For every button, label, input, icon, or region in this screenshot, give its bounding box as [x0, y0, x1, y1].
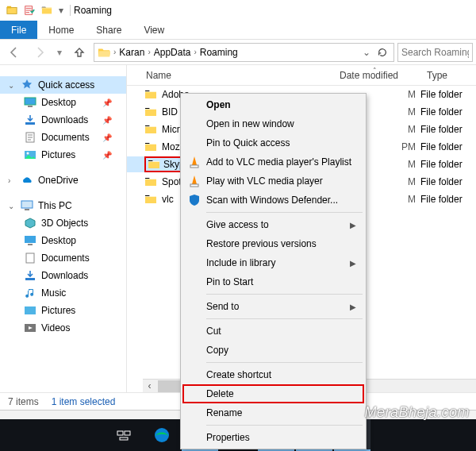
svg-rect-31 [190, 184, 198, 187]
file-name: vlc [162, 194, 174, 205]
svg-point-8 [27, 152, 29, 155]
cm-separator [206, 294, 363, 295]
folder-icon [148, 158, 160, 171]
address-dropdown-chevron[interactable]: ⌄ [359, 44, 374, 60]
tab-view[interactable]: View [132, 21, 175, 39]
file-type: File folder [420, 141, 476, 152]
search-input[interactable] [397, 43, 473, 62]
sidebar-item-desktop[interactable]: Desktop📌 [0, 94, 126, 111]
file-type: File folder [420, 124, 476, 135]
cm-pin-quick-access[interactable]: Pin to Quick access [182, 133, 364, 152]
svg-rect-14 [25, 278, 35, 280]
cm-label: Play with VLC media player [206, 175, 323, 187]
address-bar[interactable]: › Karan › AppData › Roaming ⌄ [94, 43, 394, 62]
folder-icon [144, 106, 157, 118]
sidebar-item-videos[interactable]: Videos [0, 319, 126, 337]
cm-open-new-window[interactable]: Open in new window [182, 114, 364, 133]
pin-icon: 📌 [102, 116, 112, 125]
svg-rect-15 [25, 306, 36, 314]
cm-label: Rename [206, 407, 242, 418]
tab-file[interactable]: File [0, 21, 37, 39]
cm-rename[interactable]: Rename [182, 403, 364, 422]
sidebar-item-label: Documents [41, 132, 90, 143]
downloads-icon [24, 269, 36, 282]
file-type: File folder [420, 176, 476, 187]
cm-label: Give access to [206, 219, 269, 230]
status-selected: 1 item selected [52, 396, 116, 407]
sidebar-item-3dobjects[interactable]: 3D Objects [0, 214, 126, 232]
svg-rect-13 [26, 253, 34, 263]
breadcrumb[interactable]: AppData [154, 47, 191, 58]
sidebar-item-label: Music [41, 287, 66, 299]
svg-rect-1 [7, 6, 11, 9]
music-icon [24, 287, 36, 299]
folder-icon [98, 46, 110, 59]
qat-properties-icon[interactable] [21, 2, 38, 18]
sidebar-item-label: Pictures [41, 305, 75, 316]
desktop-icon [24, 234, 36, 247]
svg-rect-11 [25, 236, 36, 243]
cm-label: Open in new window [206, 118, 294, 129]
nav-up-button[interactable] [68, 42, 90, 63]
sidebar-item-downloads[interactable]: Downloads📌 [0, 111, 126, 129]
cm-separator [206, 212, 363, 213]
sidebar-item-downloads2[interactable]: Downloads [0, 267, 126, 284]
cm-give-access[interactable]: Give access to▶ [182, 215, 364, 234]
chevron-right-icon: ▶ [350, 303, 356, 311]
nav-back-button[interactable] [3, 42, 25, 63]
sidebar-quick-access[interactable]: ⌄ Quick access [0, 76, 126, 94]
cm-vlc-play[interactable]: Play with VLC media player [182, 172, 364, 191]
cm-copy[interactable]: Copy [182, 341, 364, 360]
taskbar-taskview[interactable] [106, 419, 142, 451]
sidebar-item-pictures2[interactable]: Pictures [0, 302, 126, 319]
qat-explorer-icon[interactable] [3, 2, 21, 18]
cm-label: Copy [206, 345, 228, 356]
videos-icon [24, 322, 36, 334]
shield-icon [187, 193, 202, 207]
sidebar-item-desktop2[interactable]: Desktop [0, 232, 126, 249]
qat-customize-chevron[interactable]: ▾ [56, 2, 67, 18]
refresh-button[interactable] [374, 44, 390, 60]
cm-create-shortcut[interactable]: Create shortcut [182, 365, 364, 384]
cube-icon [24, 217, 36, 229]
cm-restore[interactable]: Restore previous versions [182, 234, 364, 253]
svg-rect-18 [125, 431, 130, 435]
cm-cut[interactable]: Cut [182, 322, 364, 341]
sidebar-item-pictures[interactable]: Pictures📌 [0, 146, 126, 164]
qat-newfolder-icon[interactable] [38, 2, 56, 18]
sidebar-item-documents[interactable]: Documents📌 [0, 129, 126, 146]
search-field[interactable] [401, 47, 469, 58]
column-name[interactable]: Name˄ [127, 70, 333, 81]
cm-delete[interactable]: Delete [182, 384, 364, 403]
sidebar-thispc[interactable]: ⌄This PC [0, 197, 126, 214]
cm-pin-start[interactable]: Pin to Start [182, 272, 364, 291]
sidebar-item-documents2[interactable]: Documents [0, 249, 126, 267]
cm-open[interactable]: Open [182, 95, 364, 114]
cm-label: Restore previous versions [206, 238, 317, 249]
cm-label: Pin to Quick access [206, 137, 290, 148]
sidebar-onedrive[interactable]: ›OneDrive [0, 172, 126, 189]
file-name: BID [162, 106, 178, 118]
nav-recent-chevron[interactable]: ▾ [54, 42, 65, 63]
cm-vlc-add[interactable]: Add to VLC media player's Playlist [182, 152, 364, 172]
nav-forward-button [29, 42, 51, 63]
svg-point-20 [155, 428, 169, 442]
cm-send-to[interactable]: Send to▶ [182, 297, 364, 316]
scroll-left-icon[interactable]: ‹ [143, 380, 156, 393]
cm-include-library[interactable]: Include in library▶ [182, 253, 364, 272]
taskbar-edge[interactable] [144, 419, 180, 451]
tab-share[interactable]: Share [85, 21, 132, 39]
cm-separator [206, 425, 363, 426]
breadcrumb[interactable]: Roaming [200, 47, 238, 58]
sidebar-item-music[interactable]: Music [0, 284, 126, 302]
vlc-icon [187, 174, 202, 188]
cm-defender[interactable]: Scan with Windows Defender... [182, 191, 364, 210]
cm-properties[interactable]: Properties [182, 428, 364, 447]
tab-home[interactable]: Home [37, 21, 85, 39]
column-date[interactable]: Date modified [333, 70, 420, 81]
cm-label: Properties [206, 432, 250, 443]
documents-icon [24, 131, 36, 144]
column-type[interactable]: Type [420, 70, 476, 81]
downloads-icon [24, 114, 36, 126]
breadcrumb[interactable]: Karan [119, 47, 144, 58]
